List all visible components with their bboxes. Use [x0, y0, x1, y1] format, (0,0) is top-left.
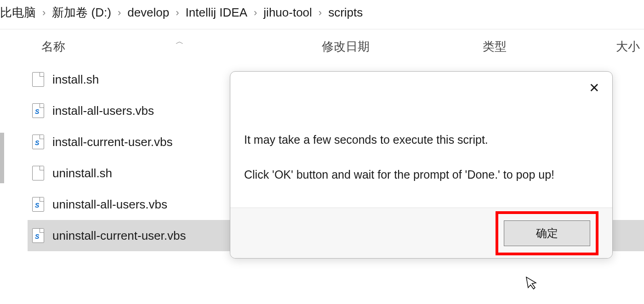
file-name: install-current-user.vbs: [52, 135, 173, 149]
scrollbar-thumb[interactable]: [0, 133, 4, 183]
chevron-right-icon: ›: [254, 7, 257, 19]
vbs-file-icon: [32, 228, 44, 243]
chevron-right-icon: ›: [42, 7, 46, 19]
file-name: install-all-users.vbs: [52, 104, 154, 118]
dialog-body: It may take a few seconds to execute thi…: [230, 72, 612, 183]
vbs-file-icon: [32, 197, 44, 212]
dialog-text-line1: It may take a few seconds to execute thi…: [244, 131, 598, 149]
dialog-footer: 确定: [230, 208, 612, 258]
breadcrumb-item[interactable]: develop: [127, 6, 169, 20]
vbs-file-icon: [32, 103, 44, 118]
ok-button[interactable]: 确定: [504, 220, 590, 246]
close-button[interactable]: ✕: [589, 82, 599, 95]
breadcrumb-item[interactable]: Intellij IDEA: [186, 6, 247, 20]
breadcrumb-item[interactable]: 比电脑: [0, 5, 36, 21]
file-name: uninstall-current-user.vbs: [52, 229, 186, 243]
column-header-name[interactable]: 名称 ︿: [41, 39, 322, 55]
breadcrumb-item[interactable]: scripts: [328, 6, 363, 20]
close-icon: ✕: [589, 81, 599, 95]
breadcrumb-item[interactable]: jihuo-tool: [263, 6, 312, 20]
column-headers: 名称 ︿ 修改日期 类型 大小: [0, 29, 644, 64]
breadcrumb-item[interactable]: 新加卷 (D:): [52, 5, 111, 21]
column-header-size[interactable]: 大小: [616, 39, 644, 55]
file-icon: [32, 166, 44, 180]
column-header-type[interactable]: 类型: [483, 39, 616, 55]
chevron-right-icon: ›: [176, 7, 179, 19]
vbs-file-icon: [32, 135, 44, 149]
chevron-right-icon: ›: [319, 7, 322, 19]
chevron-up-icon: ︿: [176, 36, 184, 47]
file-icon: [32, 72, 44, 87]
file-name: uninstall.sh: [52, 166, 112, 180]
cursor-icon: [525, 275, 540, 294]
chevron-right-icon: ›: [118, 7, 121, 19]
breadcrumb[interactable]: 比电脑 › 新加卷 (D:) › develop › Intellij IDEA…: [0, 0, 644, 29]
file-name: install.sh: [52, 73, 99, 87]
annotation-highlight: 确定: [496, 211, 598, 255]
file-name: uninstall-all-users.vbs: [52, 197, 167, 212]
column-header-date[interactable]: 修改日期: [322, 39, 483, 55]
message-dialog: ✕ It may take a few seconds to execute t…: [230, 71, 613, 259]
dialog-text-line2: Click 'OK' button and wait for the promp…: [244, 166, 598, 184]
